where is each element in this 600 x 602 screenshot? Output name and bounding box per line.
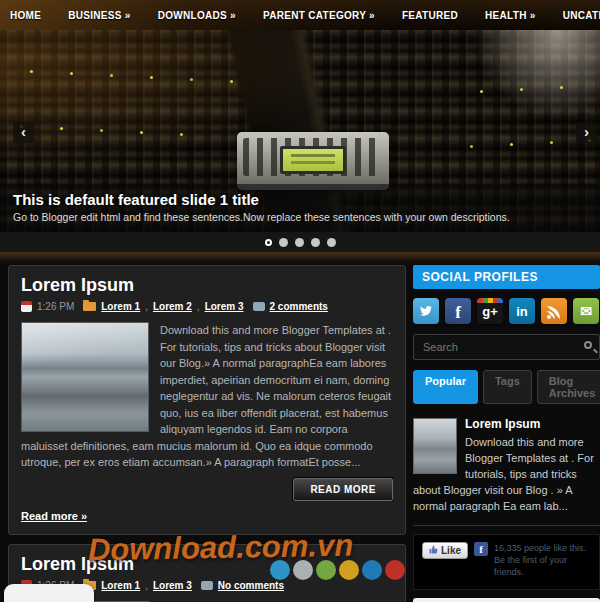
nav-item-parent-category[interactable]: Parent Category » [263, 10, 375, 21]
slider-bottom-glow [0, 252, 600, 264]
facebook-like-text: 16,335 people like this. Be the first of… [494, 542, 591, 578]
post-category-link[interactable]: Lorem 3 [205, 301, 244, 312]
facebook-f-icon: f [474, 542, 488, 556]
facebook-like-button[interactable]: Like [422, 542, 468, 559]
post-category-link[interactable]: Lorem 3 [153, 580, 192, 591]
slider-dot-5[interactable] [327, 238, 336, 247]
post-title[interactable]: Lorem Ipsum [21, 554, 393, 575]
like-label: Like [441, 545, 461, 556]
social-icons-row: f g+ in ✉ [413, 298, 600, 324]
server-led-decoration [0, 30, 3, 33]
slider-pagination [0, 232, 600, 252]
rss-icon[interactable] [541, 298, 567, 324]
slider-next-arrow-icon[interactable]: › [576, 122, 597, 143]
featured-slider: ‹ › This is default featured slide 1 tit… [0, 30, 600, 252]
watermark-bubble-decoration [4, 584, 94, 602]
folder-icon [83, 302, 96, 311]
slide-description: Go to Blogger edit html and find these s… [13, 211, 587, 223]
post-thumbnail-image[interactable] [21, 322, 149, 432]
popular-post-thumbnail[interactable] [413, 418, 457, 474]
separator: , [145, 580, 148, 591]
slide-title: This is default featured slide 1 title [13, 191, 587, 208]
email-icon[interactable]: ✉ [573, 298, 599, 324]
nav-item-uncategorized[interactable]: Uncategorized [563, 10, 600, 21]
nav-item-home[interactable]: Home [10, 10, 41, 21]
post-meta: 1:26 PM Lorem 1, Lorem 2, Lorem 3 2 comm… [21, 301, 393, 312]
comment-icon [201, 581, 213, 590]
slider-dot-2[interactable] [279, 238, 288, 247]
social-counters-panel: g +1 1.1k Recommend on Google Follow @bt… [413, 598, 600, 602]
search-icon[interactable] [584, 341, 592, 349]
sidebar-tabs: Popular Tags Blog Archives [413, 370, 600, 404]
posts-column: Lorem Ipsum 1:26 PM Lorem 1, Lorem 2, Lo… [8, 265, 406, 602]
search-box [413, 334, 600, 360]
post-comments-link[interactable]: 2 comments [270, 301, 328, 312]
facebook-icon[interactable]: f [445, 298, 471, 324]
slider-dot-4[interactable] [311, 238, 320, 247]
tab-blog-archives[interactable]: Blog Archives [537, 370, 600, 404]
thumbs-up-icon [429, 545, 438, 556]
read-more-link[interactable]: Read more » [21, 510, 87, 522]
tab-tags[interactable]: Tags [483, 370, 532, 404]
server-lcd-screen [280, 146, 346, 174]
post-title[interactable]: Lorem Ipsum [21, 275, 393, 296]
post-card-1: Lorem Ipsum 1:26 PM Lorem 1, Lorem 2, Lo… [8, 265, 406, 535]
sidebar: Social Profiles f g+ in ✉ Popular Tags B… [413, 265, 600, 602]
social-profiles-header: Social Profiles [413, 265, 600, 289]
separator: , [145, 301, 148, 312]
top-nav: Home Business » Downloads » Parent Categ… [0, 0, 600, 30]
slider-prev-arrow-icon[interactable]: ‹ [13, 122, 34, 143]
post-category-link[interactable]: Lorem 1 [101, 301, 140, 312]
nav-item-health[interactable]: Health » [485, 10, 536, 21]
comment-icon [253, 302, 265, 311]
read-more-button[interactable]: Read More [293, 478, 393, 501]
nav-item-downloads[interactable]: Downloads » [158, 10, 236, 21]
popular-post-item: Lorem Ipsum Download this and more Blogg… [413, 416, 600, 515]
nav-item-business[interactable]: Business » [68, 10, 130, 21]
facebook-like-widget: Like f 16,335 people like this. Be the f… [413, 534, 600, 590]
search-input[interactable] [413, 334, 600, 360]
calendar-icon [21, 301, 32, 312]
divider [413, 525, 600, 526]
post-time: 1:26 PM [37, 301, 74, 312]
page: Home Business » Downloads » Parent Categ… [0, 0, 600, 602]
post-body: Download this and more Blogger Templates… [21, 322, 393, 501]
server-appliance-image [237, 132, 389, 190]
google-plus-icon[interactable]: g+ [477, 298, 503, 324]
linkedin-icon[interactable]: in [509, 298, 535, 324]
slider-dot-1[interactable] [265, 239, 272, 246]
post-comments-link[interactable]: No comments [218, 580, 284, 591]
separator: , [197, 301, 200, 312]
slide-caption: This is default featured slide 1 title G… [0, 184, 600, 232]
post-category-link[interactable]: Lorem 2 [153, 301, 192, 312]
twitter-icon[interactable] [413, 298, 439, 324]
post-category-link[interactable]: Lorem 1 [101, 580, 140, 591]
tab-popular[interactable]: Popular [413, 370, 478, 404]
slider-dot-3[interactable] [295, 238, 304, 247]
nav-item-featured[interactable]: Featured [402, 10, 458, 21]
